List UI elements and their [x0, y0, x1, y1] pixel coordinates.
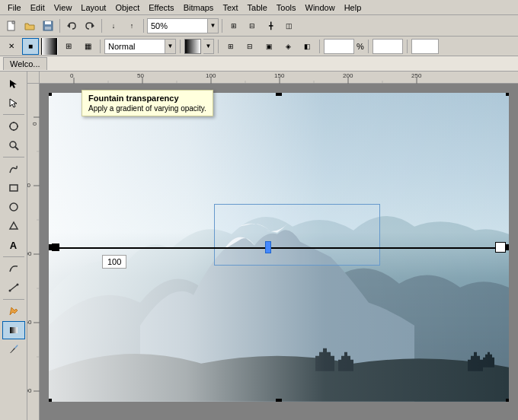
menu-help[interactable]: Help [340, 2, 366, 14]
gradient-handle-end[interactable] [495, 242, 506, 253]
menu-window[interactable]: Window [301, 2, 340, 14]
pattern1-btn[interactable]: ⊞ [222, 38, 239, 55]
main-area: A 0 50 100 [0, 72, 518, 420]
transparency-mode-dropdown[interactable]: Normal [104, 39, 165, 54]
shape-select-tool[interactable] [2, 94, 25, 112]
transparency-mode-arrow[interactable]: ▼ [165, 39, 176, 54]
svg-text:150: 150 [27, 319, 32, 326]
pattern2-btn[interactable]: ⊟ [241, 38, 258, 55]
zoom-dropdown[interactable]: 50% [147, 18, 208, 33]
pattern5-btn[interactable]: ◧ [299, 38, 315, 55]
menu-text[interactable]: Text [218, 2, 242, 14]
menu-layout[interactable]: Layout [76, 2, 110, 14]
svg-rect-2 [45, 21, 51, 24]
svg-point-6 [10, 123, 18, 130]
transparency-swatch[interactable] [184, 39, 201, 54]
redo-button[interactable] [82, 18, 98, 34]
svg-point-14 [10, 203, 18, 211]
text-tool active[interactable]: A [2, 236, 25, 254]
menu-effects[interactable]: Effects [144, 2, 178, 14]
menu-bar: File Edit View Layout Object Effects Bit… [0, 0, 518, 15]
angle-input[interactable]: 0.0 [411, 39, 439, 54]
freeze-input[interactable]: 0 [373, 39, 403, 54]
svg-text:250: 250 [411, 72, 422, 79]
menu-file[interactable]: File [3, 2, 26, 14]
handle-bl[interactable] [49, 399, 52, 402]
gradient-handle-start[interactable] [52, 243, 59, 251]
svg-point-11 [10, 142, 16, 148]
import-button[interactable]: ↓ [105, 18, 122, 34]
svg-text:100: 100 [206, 72, 216, 79]
selection-tool[interactable] [2, 75, 25, 93]
tooltip-description: Apply a gradient of varying opacity. [88, 104, 206, 113]
handle-tm[interactable] [276, 93, 282, 96]
zoom-tool[interactable] [2, 136, 25, 154]
menu-object[interactable]: Object [110, 2, 144, 14]
svg-point-18 [16, 284, 18, 286]
uniform-transparency-btn[interactable]: ■ [22, 38, 39, 55]
svg-text:50: 50 [137, 72, 144, 79]
sep7 [218, 40, 219, 53]
ruler-horizontal: 0 50 100 150 200 250 [40, 72, 518, 84]
ruler-vertical: 0 50 100 150 200 [27, 72, 40, 420]
handle-br[interactable] [506, 399, 509, 402]
svg-text:200: 200 [27, 387, 32, 394]
pattern3-btn[interactable]: ▣ [261, 38, 277, 55]
open-button[interactable] [21, 18, 38, 34]
pan-tool[interactable] [2, 117, 25, 135]
snap-button[interactable]: ⊞ [225, 18, 242, 34]
sep5 [100, 40, 101, 53]
svg-text:150: 150 [274, 72, 285, 79]
pattern4-btn[interactable]: ◈ [280, 38, 296, 55]
curve-tool[interactable] [2, 259, 25, 278]
dynamic-guide[interactable]: ╋ [262, 18, 279, 34]
menu-table[interactable]: Table [243, 2, 272, 14]
canvas: 100 Fountain transparency Apply a gradie… [40, 84, 518, 420]
rectangle-tool[interactable] [2, 179, 25, 197]
separator1 [59, 19, 60, 33]
connector-tool[interactable] [2, 278, 25, 297]
save-button[interactable] [40, 18, 56, 34]
circle-tool[interactable] [2, 198, 25, 216]
no-transparency-btn[interactable]: ✕ [3, 38, 20, 55]
transparency-tool active[interactable] [2, 321, 25, 339]
sep10 [407, 40, 408, 53]
svg-text:100: 100 [27, 250, 32, 257]
handle-tl[interactable] [49, 93, 52, 96]
snap-objects[interactable]: ◫ [280, 18, 297, 34]
canvas-area: 0 50 100 150 200 250 0 50 [27, 72, 518, 420]
new-button[interactable] [3, 18, 20, 34]
opacity-input[interactable]: 100 [324, 39, 354, 54]
handle-tr[interactable] [506, 93, 509, 96]
handle-bm[interactable] [276, 399, 282, 402]
tool-sep2 [3, 157, 24, 158]
menu-bitmaps[interactable]: Bitmaps [179, 2, 219, 14]
texture-transparency-btn[interactable]: ▦ [79, 38, 96, 55]
welcome-tab[interactable]: Welco... [3, 57, 47, 70]
sep6 [180, 40, 181, 53]
export-button[interactable]: ↑ [123, 18, 140, 34]
menu-edit[interactable]: Edit [26, 2, 50, 14]
ruler-corner [27, 72, 40, 84]
handle-mr[interactable] [506, 244, 509, 250]
pattern-transparency-btn[interactable]: ⊞ [60, 38, 77, 55]
polygon-tool[interactable] [2, 217, 25, 235]
freehand-tool[interactable] [2, 160, 25, 178]
sep8 [319, 40, 320, 53]
main-toolbar: ↓ ↑ 50% ▼ ⊞ ⊟ ╋ ◫ [0, 15, 518, 37]
zoom-dropdown-arrow[interactable]: ▼ [208, 18, 219, 33]
tool-sep3 [3, 256, 24, 257]
fountain-transparency-btn[interactable] [41, 38, 58, 55]
svg-marker-15 [10, 222, 18, 229]
menu-view[interactable]: View [50, 2, 77, 14]
undo-button[interactable] [63, 18, 80, 34]
fill-tool[interactable] [2, 302, 25, 320]
grid-button[interactable]: ⊟ [244, 18, 261, 34]
svg-rect-19 [10, 327, 18, 333]
swatch-arrow[interactable]: ▼ [203, 39, 214, 54]
gradient-handle-mid[interactable] [265, 241, 271, 253]
svg-rect-3 [45, 27, 51, 30]
menu-tools[interactable]: Tools [272, 2, 301, 14]
eyedropper-tool[interactable] [2, 340, 25, 358]
svg-text:50: 50 [27, 182, 30, 189]
